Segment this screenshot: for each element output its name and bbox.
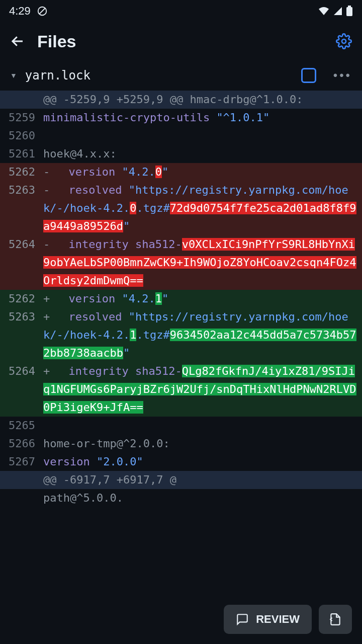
signal-icon xyxy=(333,6,343,16)
wifi-icon xyxy=(318,6,330,16)
diff-line: 5261 hoek@4.x.x: xyxy=(0,145,362,163)
file-header[interactable]: ▼ yarn.lock ••• xyxy=(0,60,362,91)
svg-rect-3 xyxy=(348,6,351,7)
jump-file-button[interactable] xyxy=(319,605,352,634)
more-icon[interactable]: ••• xyxy=(333,68,352,83)
diff-line: 5267 version "2.0.0" xyxy=(0,453,362,471)
hunk-header: @@ -5259,9 +5259,9 @@ hmac-drbg@^1.0.0: xyxy=(0,91,362,109)
file-jump-icon xyxy=(329,613,342,626)
file-checkbox[interactable] xyxy=(301,68,316,83)
app-bar: Files xyxy=(0,22,362,60)
status-time: 4:29 xyxy=(9,5,31,18)
status-bar: 4:29 xyxy=(0,0,362,22)
diff-line-deletion: 5263 - resolved "https://registry.yarnpk… xyxy=(0,181,362,235)
page-title: Files xyxy=(37,32,324,51)
svg-line-1 xyxy=(39,9,45,14)
diff-line: path@^5.0.0. xyxy=(0,489,362,507)
diff-line-deletion: 5262 - version "4.2.0" xyxy=(0,163,362,181)
diff-line: 5259 minimalistic-crypto-utils "^1.0.1" xyxy=(0,109,362,127)
diff-line-addition: 5264 + integrity sha512-QLg82fGkfnJ/4iy1… xyxy=(0,362,362,417)
diff-line-deletion: 5264 - integrity sha512-v0XCLxICi9nPfYrS… xyxy=(0,235,362,290)
diff-view[interactable]: @@ -5259,9 +5259,9 @@ hmac-drbg@^1.0.0: … xyxy=(0,91,362,507)
dnd-icon xyxy=(37,6,48,17)
battery-icon xyxy=(346,6,353,17)
diff-line: 5266 home-or-tmp@^2.0.0: xyxy=(0,435,362,453)
svg-point-5 xyxy=(342,39,346,43)
back-arrow-icon[interactable] xyxy=(10,34,25,49)
svg-rect-2 xyxy=(346,7,352,16)
hunk-header: @@ -6917,7 +6917,7 @ xyxy=(0,471,362,489)
review-label: REVIEW xyxy=(256,613,300,626)
diff-line-addition: 5262 + version "4.2.1" xyxy=(0,290,362,308)
filename: yarn.lock xyxy=(25,68,90,83)
chevron-down-icon: ▼ xyxy=(10,71,17,79)
diff-line-addition: 5263 + resolved "https://registry.yarnpk… xyxy=(0,308,362,362)
diff-line: 5260 xyxy=(0,127,362,145)
review-button[interactable]: REVIEW xyxy=(224,605,312,634)
gear-icon[interactable] xyxy=(336,33,352,49)
diff-line: 5265 xyxy=(0,417,362,435)
comment-icon xyxy=(236,613,249,626)
